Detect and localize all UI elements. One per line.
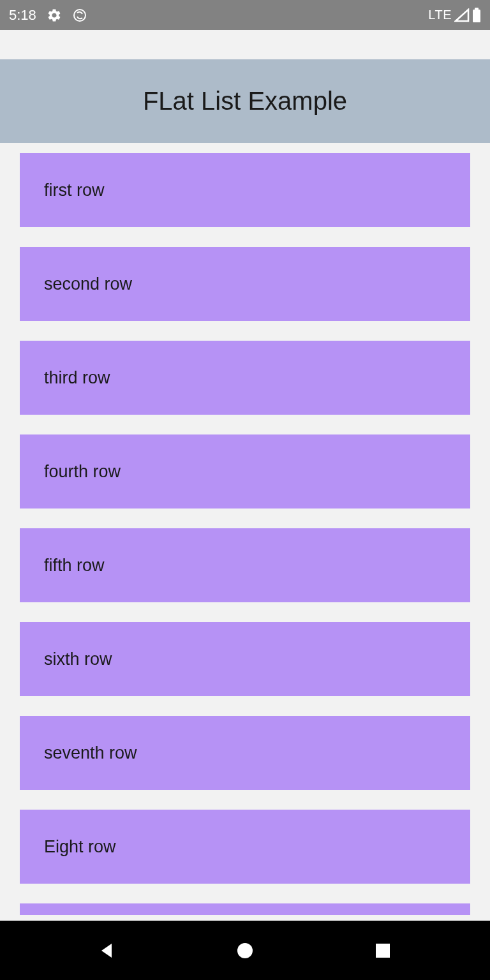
list-item[interactable]: fourth row bbox=[20, 434, 470, 509]
list-item-label: fourth row bbox=[44, 462, 121, 482]
network-label: LTE bbox=[428, 8, 452, 22]
list-item-label: seventh row bbox=[44, 743, 137, 763]
list-item[interactable]: first row bbox=[20, 153, 470, 227]
page-title: FLat List Example bbox=[143, 87, 347, 115]
list-item-label: sixth row bbox=[44, 650, 112, 669]
list-item-label: second row bbox=[44, 274, 132, 294]
signal-icon bbox=[454, 8, 470, 22]
list-item[interactable]: fifth row bbox=[20, 528, 470, 602]
page-header: FLat List Example bbox=[0, 59, 490, 143]
list-item-partial[interactable] bbox=[20, 903, 470, 915]
gear-icon bbox=[47, 8, 62, 23]
svg-rect-1 bbox=[473, 10, 480, 22]
list-item[interactable]: second row bbox=[20, 247, 470, 321]
list-item[interactable]: seventh row bbox=[20, 716, 470, 790]
svg-rect-4 bbox=[376, 944, 390, 958]
list-item-label: third row bbox=[44, 368, 110, 388]
status-bar-left: 5:18 bbox=[9, 7, 87, 24]
battery-icon bbox=[472, 8, 481, 23]
no-sync-icon bbox=[72, 8, 87, 23]
list-item[interactable]: third row bbox=[20, 341, 470, 415]
flat-list[interactable]: first row second row third row fourth ro… bbox=[0, 143, 490, 915]
navigation-bar bbox=[0, 921, 490, 980]
list-item-label: first row bbox=[44, 181, 105, 200]
list-item-label: Eight row bbox=[44, 837, 116, 857]
list-item-label: fifth row bbox=[44, 556, 105, 575]
status-bar-right: LTE bbox=[428, 8, 481, 23]
svg-rect-2 bbox=[475, 8, 479, 10]
svg-point-0 bbox=[74, 10, 85, 21]
back-button[interactable] bbox=[88, 932, 126, 970]
list-item[interactable]: Eight row bbox=[20, 810, 470, 884]
status-time: 5:18 bbox=[9, 7, 36, 24]
header-gap bbox=[0, 30, 490, 59]
list-item[interactable]: sixth row bbox=[20, 622, 470, 696]
recent-apps-button[interactable] bbox=[364, 932, 402, 970]
svg-point-3 bbox=[237, 943, 253, 958]
status-bar: 5:18 LTE bbox=[0, 0, 490, 30]
home-button[interactable] bbox=[226, 932, 264, 970]
